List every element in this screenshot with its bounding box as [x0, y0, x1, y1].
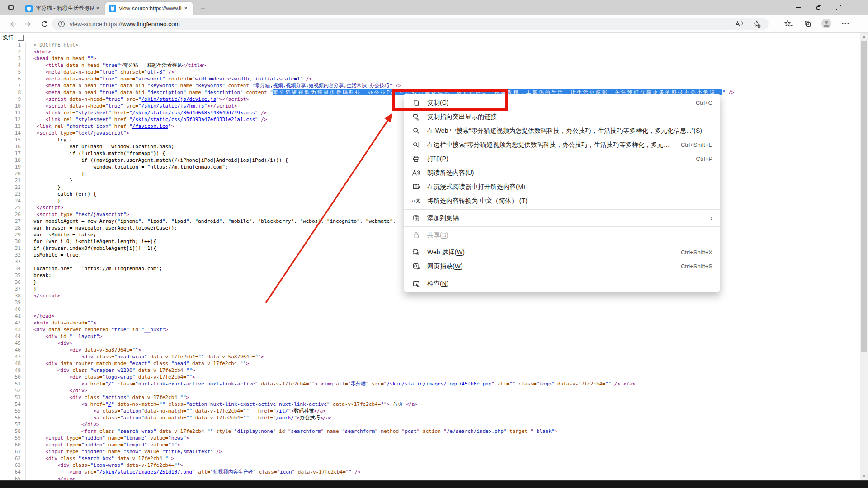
tab-title: 零分猫 - 精彩生活看得见 — [36, 5, 94, 12]
line-number: 49 — [0, 367, 21, 374]
menu-separator — [404, 226, 720, 227]
line-content: catch (err) { — [25, 191, 96, 197]
line-number: 33 — [0, 258, 21, 265]
window-restore-button[interactable] — [808, 0, 829, 15]
line-number: 65 — [0, 475, 21, 480]
profile-avatar[interactable] — [821, 18, 832, 29]
tab-view-source[interactable]: view-source:https://www.lingfenm ✕ — [105, 2, 193, 15]
line-number: 37 — [0, 286, 21, 292]
settings-more-icon[interactable] — [840, 18, 851, 29]
line-content: </head> — [25, 313, 54, 319]
window-close-button[interactable] — [829, 0, 849, 15]
vertical-scrollbar[interactable]: ▲ ▼ — [860, 33, 868, 480]
new-tab-button[interactable]: + — [197, 3, 209, 13]
line-content: location.href = 'https://m.lingfenmao.co… — [25, 265, 162, 272]
line-number: 26 — [0, 211, 21, 218]
menu-item-collections[interactable]: 添加到集锦› — [404, 211, 720, 225]
address-bar[interactable]: view-source:https://www.lingfenmao.com — [52, 18, 769, 30]
tab-close-icon[interactable]: ✕ — [94, 5, 101, 12]
page-info-icon[interactable] — [58, 20, 65, 28]
source-link[interactable]: /skin/static/images/251d107.png — [99, 469, 192, 475]
source-link[interactable]: /skin/static/css/b5f893a47ef8331e21a1.cs… — [132, 117, 255, 122]
source-link[interactable]: /it/ — [276, 408, 288, 414]
menu-item-print[interactable]: 打印(P)Ctrl+P — [404, 152, 720, 166]
line-number: 52 — [0, 387, 21, 394]
menu-item-label: 在 Web 中搜索“零分猫短视频为您提供数码科技，办公技巧，生活技巧等多样化，多… — [427, 127, 702, 135]
line-number: 16 — [0, 143, 21, 150]
line-number: 62 — [0, 455, 21, 462]
window-minimize-button[interactable] — [788, 0, 808, 15]
line-number: 21 — [0, 177, 21, 184]
source-link[interactable]: /work/ — [276, 415, 294, 421]
line-content: <script data-n-head="true" src="/skin/st… — [25, 96, 249, 103]
scrollbar-down-icon[interactable]: ▼ — [862, 474, 866, 479]
line-number: 28 — [0, 225, 21, 231]
menu-item-web-search[interactable]: 在 Web 中搜索“零分猫短视频为您提供数码科技，办公技巧，生活技巧等多样化，多… — [404, 124, 720, 138]
source-line: 48 <div data-router-match-mode="exact" c… — [0, 360, 860, 367]
browser-window: 零分猫 - 精彩生活看得见 ✕ view-source:https://www.… — [0, 0, 868, 488]
source-link[interactable]: /favicon.ico — [132, 123, 168, 129]
line-number: 34 — [0, 265, 21, 272]
menu-item-sidebar-search[interactable]: 在边栏中搜索“零分猫短视频为您提供数码科技，办公技巧，生活技巧等多样化，多元化信… — [404, 138, 720, 152]
line-number: 39 — [0, 299, 21, 306]
menu-item-inspect[interactable]: 检查(N) — [404, 277, 720, 291]
tab-title: view-source:https://www.lingfenm — [119, 5, 182, 12]
source-link[interactable]: /skin/static/js/hm.js — [141, 103, 204, 109]
line-number: 6 — [0, 75, 21, 82]
tab-lingfenmao-home[interactable]: 零分猫 - 精彩生活看得见 ✕ — [22, 2, 105, 15]
line-number: 60 — [0, 441, 21, 448]
line-content: } — [25, 170, 85, 177]
line-number: 22 — [0, 184, 21, 191]
submenu-chevron-icon: › — [710, 214, 712, 222]
url-text[interactable]: view-source:https://www.lingfenmao.com — [70, 21, 180, 28]
add-favorite-icon[interactable] — [751, 19, 762, 29]
tab-actions-button[interactable] — [5, 2, 17, 13]
source-link[interactable]: /skin/static/images/logo745fb6e.png — [387, 381, 491, 387]
forward-button[interactable] — [23, 18, 34, 30]
menu-item-label: 朗读所选内容(U) — [427, 169, 474, 177]
line-content: <div class="actions" data-v-17fe2cb4=""> — [25, 394, 189, 401]
read-aloud-toolbar-icon[interactable] — [733, 19, 744, 29]
line-number: 19 — [0, 164, 21, 170]
line-content: <div class="search-box" data-v-17fe2cb4=… — [25, 455, 174, 462]
menu-item-share: 共享(S) — [404, 228, 720, 242]
collections-toolbar-icon[interactable] — [802, 18, 813, 29]
menu-item-translate[interactable]: a将所选内容转换为 中文（简体） (T) — [404, 194, 720, 208]
source-line: 4 <title data-n-head="true">零分猫 - 精彩生活看得… — [0, 62, 860, 69]
source-line: 53 <div class="actions" data-v-17fe2cb4=… — [0, 394, 860, 401]
scrollbar-up-icon[interactable]: ▲ — [862, 34, 866, 38]
line-number: 20 — [0, 170, 21, 177]
menu-item-label: 在沉浸式阅读器中打开所选内容(M) — [427, 183, 525, 191]
line-content: <div data-server-rendered="true" id="__n… — [25, 326, 168, 333]
line-number: 40 — [0, 306, 21, 313]
line-content: if (browser.indexOf(mobileAgent[i])!=-1)… — [25, 245, 156, 252]
web-capture-icon — [411, 262, 420, 271]
source-line: 57 </div> — [0, 421, 860, 428]
menu-item-web-select[interactable]: Web 选择(W)Ctrl+Shift+X — [404, 245, 720, 259]
menu-item-web-capture[interactable]: 网页捕获(W)Ctrl+Shift+S — [404, 259, 720, 273]
menu-item-immersive-reader[interactable]: 在沉浸式阅读器中打开所选内容(M) — [404, 180, 720, 194]
source-line: 3<head data-n-head=""> — [0, 55, 860, 62]
line-number: 1 — [0, 42, 21, 48]
back-button[interactable] — [6, 18, 18, 30]
line-number: 15 — [0, 136, 21, 143]
line-wrap-checkbox[interactable] — [18, 35, 24, 41]
source-line: 55 <a class="action"data-no-match="" dat… — [0, 408, 860, 414]
sidebar-search-icon — [411, 141, 420, 150]
scrollbar-thumb[interactable] — [861, 41, 867, 352]
read-aloud-icon — [411, 169, 420, 178]
line-number: 46 — [0, 347, 21, 353]
menu-item-label: 网页捕获(W) — [427, 263, 463, 271]
menu-item-read-aloud[interactable]: 朗读所选内容(U) — [404, 166, 720, 180]
favorites-bar-icon[interactable] — [783, 18, 794, 29]
tab-close-icon[interactable]: ✕ — [182, 5, 189, 12]
refresh-button[interactable] — [39, 18, 51, 30]
source-line: 6 <meta data-n-head="true" name="viewpor… — [0, 75, 860, 82]
line-content: <meta data-n-head="true" name="viewport"… — [25, 75, 312, 82]
source-link[interactable]: /skin/static/js/device.js — [141, 96, 216, 102]
menu-item-copy-link-highlight[interactable]: 复制指向突出显示的链接 — [404, 110, 720, 124]
line-content: <head data-n-head=""> — [25, 55, 96, 62]
line-content: window.location = "https://m.lingfenmao.… — [25, 164, 228, 170]
source-link[interactable]: /skin/static/css/36d4d6685448649d7495.cs… — [132, 110, 255, 116]
line-content: <div data-v-5a87964c=""> — [25, 347, 141, 353]
